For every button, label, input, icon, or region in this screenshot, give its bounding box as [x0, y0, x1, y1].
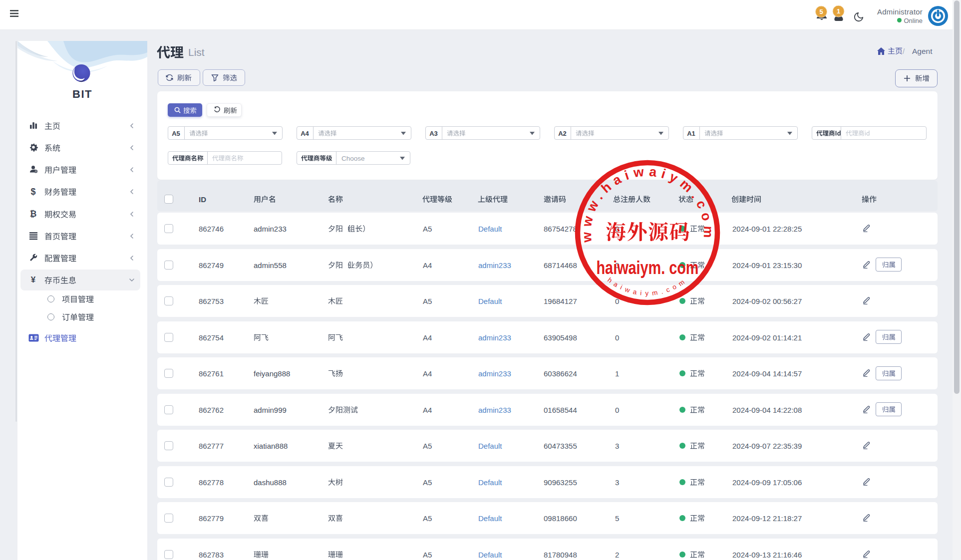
svg-text:haiwaiym. com: haiwaiym. com	[597, 258, 699, 278]
svg-text:¥: ¥	[31, 275, 36, 284]
svg-text:$: $	[30, 187, 35, 197]
svg-text:₿: ₿	[30, 209, 37, 219]
